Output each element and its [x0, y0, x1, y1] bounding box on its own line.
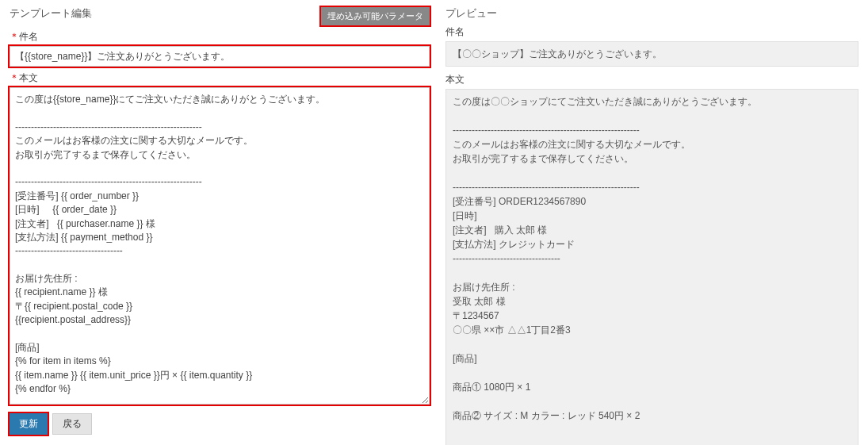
- template-edit-panel: テンプレート編集 埋め込み可能パラメータ 件名 本文 更新 戻る: [10, 6, 430, 445]
- body-label: 本文: [10, 71, 430, 85]
- update-button[interactable]: 更新: [10, 413, 48, 435]
- embed-params-button[interactable]: 埋め込み可能パラメータ: [321, 7, 430, 25]
- preview-body-label: 本文: [445, 73, 858, 86]
- subject-label: 件名: [10, 30, 430, 44]
- preview-body-value: この度は〇〇ショップにてご注文いただき誠にありがとうございます。 -------…: [445, 89, 858, 445]
- subject-input[interactable]: [10, 46, 430, 67]
- preview-panel: プレビュー 件名 【〇〇ショップ】ご注文ありがとうございます。 本文 この度は〇…: [445, 6, 858, 445]
- preview-subject-label: 件名: [445, 25, 858, 39]
- edit-title: テンプレート編集: [10, 6, 92, 21]
- preview-subject-value: 【〇〇ショップ】ご注文ありがとうございます。: [445, 41, 858, 67]
- preview-title: プレビュー: [445, 6, 858, 21]
- body-textarea[interactable]: [10, 87, 430, 405]
- back-button[interactable]: 戻る: [52, 413, 92, 435]
